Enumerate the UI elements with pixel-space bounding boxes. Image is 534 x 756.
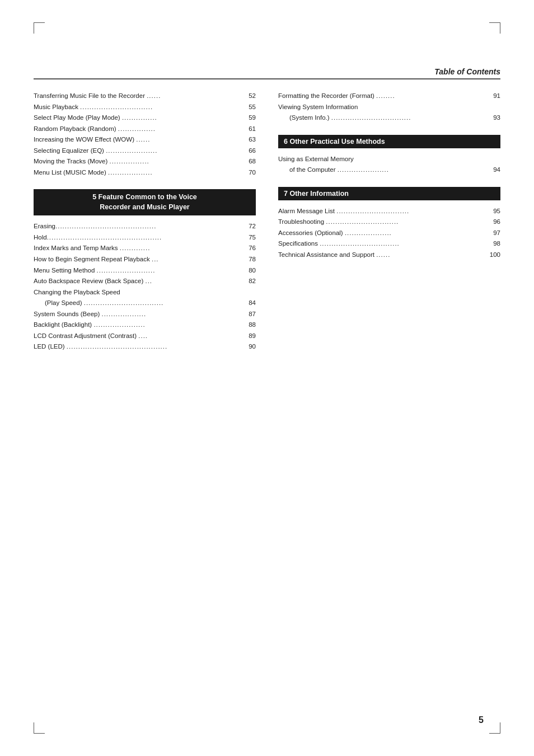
section7-entries: Alarm Message List .....................… <box>278 206 500 261</box>
toc-entry: Selecting Equalizer (EQ) ...............… <box>34 145 256 157</box>
corner-mark-top-right <box>489 22 500 34</box>
toc-entry: Select Play Mode (Play Mode) ...........… <box>34 112 256 124</box>
toc-entry: Increasing the WOW Effect (WOW) ...... 6… <box>34 134 256 145</box>
toc-entry-technical-assistance: Technical Assistance and Support ...... … <box>278 250 500 261</box>
toc-entry: Specifications .........................… <box>278 238 500 250</box>
page-number: 5 <box>479 715 484 725</box>
toc-entry: Backlight (Backlight) ..................… <box>34 320 256 331</box>
toc-entry: Random Playback (Random) ...............… <box>34 124 256 135</box>
toc-entry: Formatting the Recorder (Format) .......… <box>278 91 500 102</box>
toc-entry-play-speed: (Play Speed) ...........................… <box>34 298 256 309</box>
page-title: Table of Contents <box>434 67 500 76</box>
section5-header: 5 Feature Common to the Voice Recorder a… <box>34 189 256 215</box>
page-title-bar: Table of Contents <box>34 67 500 79</box>
toc-entry: Music Playback .........................… <box>34 102 256 113</box>
left-column: Transferring Music File to the Recorder … <box>34 91 256 353</box>
section6-entries: Using as External Memory of the Computer… <box>278 154 500 176</box>
corner-mark-top-left <box>34 22 45 34</box>
top-entries-right: Formatting the Recorder (Format) .......… <box>278 91 500 124</box>
corner-mark-bottom-left <box>34 722 45 734</box>
toc-entry: Alarm Message List .....................… <box>278 206 500 217</box>
corner-mark-bottom-right <box>489 722 500 734</box>
toc-entry: Transferring Music File to the Recorder … <box>34 91 256 102</box>
toc-entry: Menu Setting Method ....................… <box>34 265 256 276</box>
toc-entry-led: LED (LED) ..............................… <box>34 341 256 353</box>
toc-entry: Accessories (Optional) .................… <box>278 228 500 239</box>
toc-entry: LCD Contrast Adjustment (Contrast) .... … <box>34 331 256 342</box>
toc-entry-external-memory: of the Computer ...................... 9… <box>278 165 500 176</box>
section5-entries: Erasing.................................… <box>34 221 256 353</box>
toc-entry: Moving the Tracks (Move) ...............… <box>34 156 256 167</box>
toc-entry-system-info-heading: Viewing System Information <box>278 102 500 113</box>
toc-entry: Erasing.................................… <box>34 221 256 232</box>
toc-entry: System Sounds (Beep) ...................… <box>34 309 256 320</box>
toc-entry-index-marks: Index Marks and Temp Marks .............… <box>34 243 256 254</box>
toc-entry-playback-speed: Changing the Playback Speed <box>34 287 256 298</box>
right-column: Formatting the Recorder (Format) .......… <box>278 91 500 353</box>
toc-layout: Transferring Music File to the Recorder … <box>34 91 500 353</box>
toc-entry-external-memory-heading: Using as External Memory <box>278 154 500 165</box>
toc-entry-system-info: (System Info.) .........................… <box>278 112 500 124</box>
toc-entry: Menu List (MUSIC Mode) .................… <box>34 167 256 179</box>
top-entries-left: Transferring Music File to the Recorder … <box>34 91 256 178</box>
toc-entry: Auto Backspace Review (Back Space) ... 8… <box>34 276 256 287</box>
toc-entry: Troubleshooting ........................… <box>278 217 500 228</box>
toc-entry: Hold....................................… <box>34 232 256 243</box>
section6-header: 6 Other Practical Use Methods <box>278 135 500 148</box>
section7-header: 7 Other Information <box>278 187 500 200</box>
toc-entry-segment-repeat: How to Begin Segment Repeat Playback ...… <box>34 254 256 265</box>
